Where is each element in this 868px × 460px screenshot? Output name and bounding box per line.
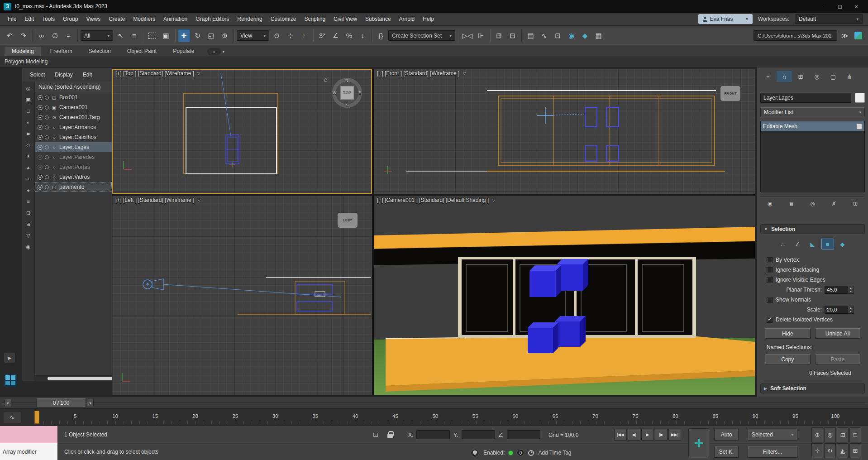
row-layer-armarios[interactable]: ○ Layer:Armarios: [35, 122, 112, 132]
stack-item-editable-mesh[interactable]: Editable Mesh: [761, 121, 864, 131]
hide-button[interactable]: Hide: [765, 328, 811, 339]
frame-tick-label[interactable]: 60: [495, 413, 535, 419]
menu-item[interactable]: Arnold: [395, 13, 419, 25]
keyboard-shortcut-override-button[interactable]: ↑: [298, 29, 310, 42]
se-filter-geometry-icon[interactable]: ■: [24, 129, 33, 139]
frame-tick-label[interactable]: 10: [95, 413, 135, 419]
go-to-start-button[interactable]: |◀◀: [614, 429, 627, 441]
viewcube-east[interactable]: E: [358, 91, 361, 95]
select-and-place-button[interactable]: ⊕: [219, 29, 231, 42]
window-crossing-button[interactable]: ▣: [160, 29, 172, 42]
frame-tick-label[interactable]: 70: [575, 413, 615, 419]
object-color-swatch[interactable]: [855, 93, 865, 103]
viewport-camera-label[interactable]: [+] [Camera001 ] [Standard] [Default Sha…: [377, 197, 489, 203]
visibility-eye-icon[interactable]: [38, 115, 43, 120]
modify-tab[interactable]: ∩: [777, 71, 792, 82]
viewcube-home-icon[interactable]: ⌂: [324, 76, 328, 83]
se-filter-helpers-icon[interactable]: +: [24, 174, 33, 184]
field-of-view-button[interactable]: ◭: [837, 443, 849, 458]
viewcube-north[interactable]: N: [345, 78, 348, 83]
row-layer-caixilhos[interactable]: ○ Layer:Caixilhos: [35, 132, 112, 142]
row-layer-lages[interactable]: ○ Layer:Lages: [35, 142, 112, 152]
key-filters-button[interactable]: Filters...: [748, 446, 797, 458]
visibility-eye-icon[interactable]: [38, 145, 43, 150]
dock-expand-button[interactable]: ▶: [4, 353, 15, 363]
frame-tick-label[interactable]: 100: [816, 413, 855, 419]
se-lock-selection-icon[interactable]: □: [24, 106, 33, 116]
mirror-button[interactable]: ▷◁: [461, 29, 473, 42]
menu-item[interactable]: Substance: [361, 13, 395, 25]
frame-tick-label[interactable]: 25: [215, 413, 255, 419]
scene-explorer-sort-header[interactable]: Name (Sorted Ascending): [35, 81, 112, 92]
maximize-button[interactable]: □: [832, 0, 848, 13]
se-filter-shapes-icon[interactable]: ◇: [24, 140, 33, 150]
auto-key-button[interactable]: Auto: [714, 429, 739, 441]
ignore-backfacing-checkbox[interactable]: Ignore Backfacing: [760, 265, 865, 275]
edge-subobject-button[interactable]: ∠: [792, 239, 804, 249]
time-slider[interactable]: < 0 / 100 >: [0, 397, 868, 408]
visibility-eye-icon[interactable]: [38, 135, 43, 140]
ribbon-overflow-button[interactable]: ▪▪: [207, 48, 221, 55]
render-view-button[interactable]: [852, 29, 864, 42]
scrollbar-thumb[interactable]: [48, 377, 121, 380]
frame-tick-label[interactable]: 85: [696, 413, 735, 419]
angle-snap-button[interactable]: ∠: [329, 29, 342, 42]
by-vertex-checkbox[interactable]: By Vertex: [760, 255, 865, 265]
safe-scene-script-icon[interactable]: [471, 449, 479, 457]
viewcube-face[interactable]: TOP: [340, 86, 354, 100]
row-box001[interactable]: ▢ Box001: [35, 92, 112, 102]
viewport-layout-tabs-icon[interactable]: [4, 374, 17, 387]
menu-item[interactable]: Edit: [20, 13, 38, 25]
use-pivot-point-center-button[interactable]: ⊙: [271, 29, 283, 42]
visibility-eye-icon[interactable]: [38, 125, 43, 130]
viewport-left[interactable]: [+] [Left ] [Standard] [Wireframe ] ▽: [112, 196, 372, 395]
viewport-front[interactable]: [+] [Front ] [Standard] [Wireframe ] ▽: [374, 69, 755, 194]
set-key-button[interactable]: Set K.: [714, 446, 739, 458]
key-filters-selected-dropdown[interactable]: Selected: [748, 429, 797, 441]
play-button[interactable]: ▶: [641, 429, 654, 441]
menu-item[interactable]: Help: [419, 13, 438, 25]
se-find-icon[interactable]: ◎: [24, 83, 33, 93]
select-and-manipulate-button[interactable]: ⊹: [284, 29, 296, 42]
spinner-snap-button[interactable]: ↕: [357, 29, 369, 42]
remove-modifier-button[interactable]: ✗: [828, 199, 840, 209]
add-time-tag-button[interactable]: Add Time Tag: [538, 450, 571, 456]
configure-modifier-sets-button[interactable]: ⊞: [849, 199, 861, 209]
bind-to-space-warp-button[interactable]: ≈: [62, 29, 75, 42]
ribbon-tab-populate[interactable]: Populate: [166, 47, 201, 56]
toggle-layer-explorer-button[interactable]: ⊟: [506, 29, 519, 42]
se-sort-alpha-icon[interactable]: ≡: [24, 196, 33, 206]
viewcube-west[interactable]: W: [333, 91, 337, 95]
se-advanced-filter-icon[interactable]: ▽: [24, 230, 33, 240]
menu-item[interactable]: Group: [59, 13, 82, 25]
user-account-dropdown[interactable]: Eva Frias ▾: [698, 14, 753, 24]
menu-item[interactable]: Civil View: [329, 13, 361, 25]
ribbon-tab-object-paint[interactable]: Object Paint: [120, 47, 164, 56]
named-selection-sets-dropdown[interactable]: Create Selection Set: [388, 30, 455, 41]
project-folder-field[interactable]: C:\Users\bloom...s\3ds Max 202: [754, 30, 837, 41]
motion-tab[interactable]: ◎: [809, 71, 825, 82]
scene-explorer-menu[interactable]: Display: [50, 72, 77, 78]
viewport-filter-icon[interactable]: ▽: [463, 71, 466, 76]
selection-lock-icon[interactable]: [385, 429, 396, 440]
y-coordinate-field[interactable]: [462, 430, 495, 439]
toolbar-overflow-button[interactable]: ≫: [839, 29, 851, 42]
frame-tick-label[interactable]: 90: [735, 413, 775, 419]
viewcube[interactable]: ⌂ N S W E TOP: [332, 78, 362, 108]
scale-spinner[interactable]: ▴▾: [825, 306, 854, 314]
planar-thresh-input[interactable]: [825, 286, 848, 294]
ribbon-minimize-icon[interactable]: ▾: [223, 49, 225, 54]
snaps-toggle-3d-button[interactable]: 3²: [316, 29, 328, 42]
soft-selection-rollout-header[interactable]: ▶ Soft Selection: [760, 383, 865, 393]
next-frame-arrow[interactable]: >: [87, 399, 94, 407]
pin-stack-button[interactable]: ◉: [764, 199, 776, 209]
track-bar[interactable]: ∿ 51015202530354045505560657075808590951…: [0, 408, 868, 426]
viewport-filter-icon[interactable]: ▽: [492, 198, 495, 202]
toggle-ribbon-button[interactable]: ▤: [525, 29, 537, 42]
row-camera001-target[interactable]: ⊙ Camera001.Targ: [35, 112, 112, 122]
frame-tick-label[interactable]: 95: [775, 413, 815, 419]
minimize-button[interactable]: –: [816, 0, 832, 13]
menu-item[interactable]: Rendering: [233, 13, 266, 25]
frame-tick-label[interactable]: 75: [615, 413, 655, 419]
left-viewport-canvas[interactable]: [112, 196, 372, 395]
